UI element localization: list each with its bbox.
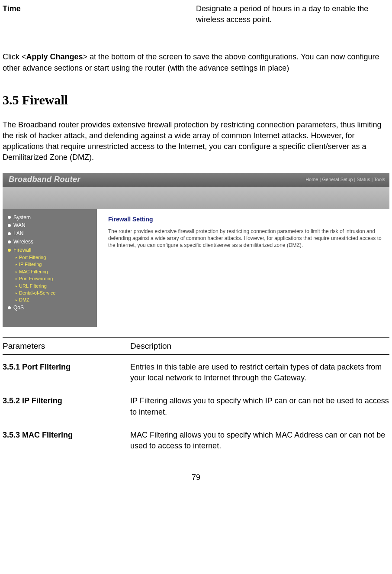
apply-text-a: Click < [3,52,26,61]
bullet-icon [8,249,11,252]
sidebar-lan-label: LAN [13,230,23,237]
panel-text: The router provides extensive firewall p… [108,228,382,249]
param-row-mac-filtering: 3.5.3 MAC Filtering MAC Filtering allows… [3,423,389,457]
sidebar-sub-port-filtering[interactable]: ▸Port Filtering [16,254,94,261]
sub-label: Denial-of-Service [19,290,55,296]
section-heading: 3.5 Firewall [3,91,389,109]
sidebar-item-wan[interactable]: WAN [6,221,94,230]
param-desc: Entries in this table are used to restri… [130,362,389,383]
arrow-icon: ▸ [16,298,17,302]
panel-title: Firewall Setting [108,215,382,224]
sidebar-sub-ip-filtering[interactable]: ▸IP Filtering [16,261,94,268]
param-label: 3.5.2 IP Filtering [3,396,130,417]
arrow-icon: ▸ [16,255,17,260]
param-head-c2: Description [130,341,389,352]
param-row-port-filtering: 3.5.1 Port Filtering Entries in this tab… [3,355,389,389]
param-head-c1: Parameters [3,341,130,352]
top-row-label: Time [3,3,196,25]
sidebar-firewall-label: Firewall [13,246,31,254]
sub-label: DMZ [19,297,29,303]
apply-changes-text: Click <Apply Changes> at the bottom of t… [3,52,389,73]
param-label: 3.5.1 Port Filtering [3,362,130,383]
router-brand: Broadband Router [9,174,80,185]
arrow-icon: ▸ [16,291,17,295]
bullet-icon [8,240,11,243]
sub-label: Port Forwarding [19,276,53,282]
sidebar-item-system[interactable]: System [6,214,94,222]
sidebar-sub-mac-filtering[interactable]: ▸MAC Filtering [16,268,94,275]
sidebar-sub-port-forwarding[interactable]: ▸Port Forwarding [16,276,94,282]
sidebar-wireless-label: Wireless [13,238,33,246]
param-label: 3.5.3 MAC Filtering [3,430,130,451]
param-table-header: Parameters Description [3,337,389,355]
param-desc: IP Filtering allows you to specify which… [130,396,389,417]
arrow-icon: ▸ [16,276,17,281]
router-sidebar: System WAN LAN Wireless Firewall ▸Port F… [3,209,97,327]
sidebar-sub-url-filtering[interactable]: ▸URL Filtering [16,282,94,289]
router-subheader [3,187,389,209]
arrow-icon: ▸ [16,262,17,267]
bullet-icon [8,306,11,309]
sidebar-system-label: System [13,214,31,221]
sidebar-sub-dos[interactable]: ▸Denial-of-Service [16,289,94,296]
sidebar-item-lan[interactable]: LAN [6,230,94,238]
sub-label: IP Filtering [19,261,42,268]
bullet-icon [8,216,11,219]
sidebar-wan-label: WAN [13,222,26,229]
bullet-icon [8,224,11,227]
router-header: Broadband Router Home | General Setup | … [3,173,389,187]
arrow-icon: ▸ [16,284,17,289]
sidebar-sublist: ▸Port Filtering ▸IP Filtering ▸MAC Filte… [6,254,94,304]
sidebar-sub-dmz[interactable]: ▸DMZ [16,297,94,304]
param-desc: MAC Filtering allows you to specify whic… [130,430,389,451]
section-intro: The Broadband router provides extensive … [3,120,389,163]
router-main-panel: Firewall Setting The router provides ext… [97,209,389,327]
sidebar-item-qos[interactable]: QoS [6,304,94,312]
parameters-table: Parameters Description 3.5.1 Port Filter… [3,337,389,457]
router-top-links[interactable]: Home | General Setup | Status | Tools [305,176,385,183]
sub-label: URL Filtering [19,283,47,289]
bullet-icon [8,232,11,235]
arrow-icon: ▸ [16,269,17,274]
router-body: System WAN LAN Wireless Firewall ▸Port F… [3,209,389,327]
apply-changes-bold: Apply Changes [26,52,83,61]
sub-label: MAC Filtering [19,269,48,275]
sidebar-item-firewall[interactable]: Firewall [6,246,94,254]
router-ui-figure: Broadband Router Home | General Setup | … [3,173,389,327]
sub-label: Port Filtering [19,254,46,261]
sidebar-qos-label: QoS [13,304,24,311]
top-row-desc: Designate a period of hours in a day to … [196,3,389,25]
param-row-ip-filtering: 3.5.2 IP Filtering IP Filtering allows y… [3,389,389,422]
top-definition-row: Time Designate a period of hours in a da… [3,3,389,41]
sidebar-item-wireless[interactable]: Wireless [6,238,94,246]
page-number: 79 [3,472,389,483]
